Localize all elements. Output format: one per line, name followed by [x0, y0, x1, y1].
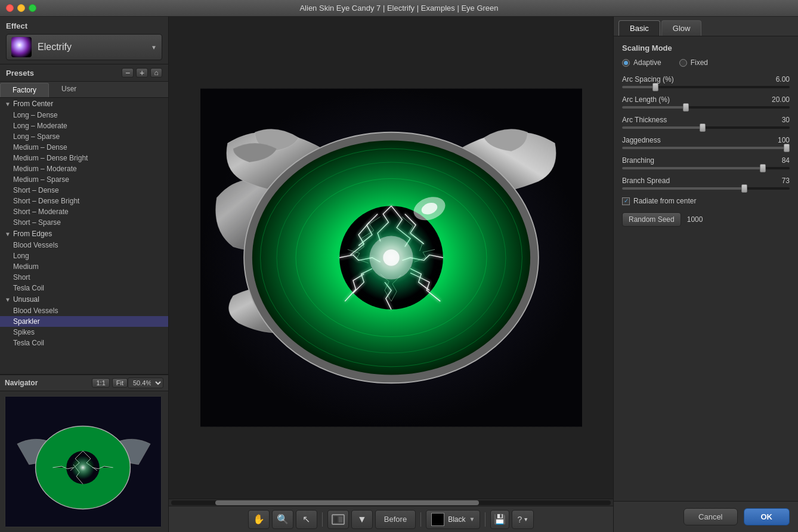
- list-item-sparkler[interactable]: Sparkler: [0, 316, 168, 327]
- radio-fixed-circle[interactable]: [679, 59, 687, 67]
- radiate-checkbox-row[interactable]: Radiate from center: [622, 197, 790, 205]
- select-tool-button[interactable]: ↖: [296, 510, 317, 529]
- canvas-scrollbar: [169, 499, 613, 506]
- radio-adaptive[interactable]: Adaptive: [622, 58, 661, 67]
- radiate-label: Radiate from center: [633, 197, 696, 205]
- jaggedness-slider-row: Jaggedness 100: [622, 136, 790, 149]
- radiate-checkbox[interactable]: [622, 197, 630, 205]
- preset-tabs: Factory User: [0, 82, 168, 98]
- navigator-zoom-1-1[interactable]: 1:1: [92, 378, 109, 388]
- effect-label: Effect: [6, 21, 162, 30]
- radio-fixed-label: Fixed: [691, 58, 708, 67]
- list-item[interactable]: Tesla Coil: [0, 283, 168, 293]
- radio-adaptive-circle[interactable]: [622, 59, 630, 67]
- preset-group-from-center[interactable]: ▼ From Center: [0, 98, 168, 110]
- list-item[interactable]: Long – Moderate: [0, 120, 168, 131]
- list-item[interactable]: Tesla Coil: [0, 338, 168, 348]
- navigator-preview-image: [5, 396, 161, 527]
- random-seed-row: Random Seed 1000: [622, 212, 790, 227]
- jaggedness-track[interactable]: [622, 147, 790, 149]
- list-item[interactable]: Blood Vessels: [0, 240, 168, 250]
- canvas-image: [169, 17, 613, 499]
- navigator-label: Navigator: [5, 379, 89, 387]
- branch-spread-track[interactable]: [622, 187, 790, 190]
- list-item[interactable]: Medium – Sparse: [0, 174, 168, 185]
- add-preset-button[interactable]: +: [136, 68, 148, 78]
- navigator-section: Navigator 1:1 Fit 50.4% 25% 100%: [0, 375, 168, 532]
- list-item[interactable]: Medium – Moderate: [0, 163, 168, 174]
- close-button[interactable]: [6, 4, 14, 12]
- canvas-viewport: [169, 17, 613, 499]
- list-item[interactable]: Spikes: [0, 327, 168, 338]
- arc-spacing-track[interactable]: [622, 86, 790, 88]
- branching-value: 84: [782, 156, 790, 165]
- list-item[interactable]: Short – Dense: [0, 185, 168, 196]
- list-item[interactable]: Medium – Dense: [0, 142, 168, 153]
- arc-length-label: Arc Length (%): [622, 95, 670, 104]
- tab-glow[interactable]: Glow: [661, 20, 702, 36]
- tab-factory[interactable]: Factory: [0, 83, 49, 97]
- maximize-button[interactable]: [29, 4, 36, 12]
- help-dropdown-arrow-icon: ▼: [523, 516, 528, 522]
- cancel-button[interactable]: Cancel: [683, 508, 737, 525]
- window-title: Alien Skin Eye Candy 7 | Electrify | Exa…: [299, 4, 498, 13]
- color-swatch: [431, 513, 444, 526]
- arc-spacing-label-row: Arc Spacing (%) 6.00: [622, 75, 790, 83]
- arc-spacing-slider-row: Arc Spacing (%) 6.00: [622, 75, 790, 88]
- color-label: Black: [448, 515, 465, 524]
- list-item[interactable]: Long – Sparse: [0, 131, 168, 142]
- svg-point-4: [71, 456, 95, 480]
- background-color-button[interactable]: Black ▼: [426, 510, 480, 529]
- ok-button[interactable]: OK: [744, 508, 790, 525]
- list-item[interactable]: Medium: [0, 261, 168, 272]
- help-button[interactable]: ? ▼: [512, 510, 534, 529]
- scaling-mode-title: Scaling Mode: [622, 44, 790, 52]
- before-button[interactable]: Before: [375, 510, 416, 529]
- branching-slider-row: Branching 84: [622, 156, 790, 169]
- list-item[interactable]: Short – Dense Bright: [0, 196, 168, 206]
- list-item[interactable]: Long – Dense: [0, 110, 168, 120]
- list-item[interactable]: Medium – Dense Bright: [0, 153, 168, 163]
- tab-user[interactable]: User: [49, 82, 89, 97]
- home-preset-button[interactable]: ⌂: [150, 68, 162, 78]
- tab-basic[interactable]: Basic: [618, 20, 660, 36]
- navigator-zoom-fit[interactable]: Fit: [112, 378, 128, 388]
- preset-group-from-edges[interactable]: ▼ From Edges: [0, 228, 168, 240]
- branching-track[interactable]: [622, 167, 790, 169]
- preview-toggle-button[interactable]: [327, 510, 349, 529]
- list-item[interactable]: Short – Sparse: [0, 217, 168, 228]
- chevron-down-icon: ▼: [151, 44, 157, 51]
- zoom-tool-button[interactable]: 🔍: [272, 510, 293, 529]
- list-item[interactable]: Long: [0, 250, 168, 261]
- minimize-button[interactable]: [17, 4, 25, 12]
- save-button[interactable]: 💾: [490, 510, 509, 529]
- radio-fixed[interactable]: Fixed: [679, 58, 708, 67]
- arc-thickness-track[interactable]: [622, 126, 790, 129]
- navigator-preview: [5, 396, 162, 527]
- right-tabs: Basic Glow: [614, 17, 798, 36]
- effect-name: Electrify: [38, 42, 145, 52]
- arc-length-track[interactable]: [622, 106, 790, 109]
- list-item[interactable]: Short: [0, 272, 168, 283]
- random-seed-button[interactable]: Random Seed: [622, 212, 681, 227]
- main-canvas-image: [200, 85, 582, 431]
- preset-list[interactable]: ▼ From Center Long – Dense Long – Modera…: [0, 98, 168, 374]
- list-item[interactable]: Short – Moderate: [0, 206, 168, 217]
- list-item[interactable]: Blood Vessels: [0, 305, 168, 316]
- preset-group-unusual[interactable]: ▼ Unusual: [0, 293, 168, 305]
- horizontal-scrollbar-track[interactable]: [171, 500, 611, 505]
- right-panel: Basic Glow Scaling Mode Adaptive Fixed A…: [613, 17, 798, 532]
- remove-preset-button[interactable]: −: [122, 68, 134, 78]
- pan-tool-button[interactable]: ✋: [248, 510, 270, 529]
- branch-spread-label: Branch Spread: [622, 177, 670, 185]
- branch-spread-slider-row: Branch Spread 73: [622, 177, 790, 190]
- split-view-dropdown[interactable]: ▼: [351, 510, 373, 529]
- effect-dropdown[interactable]: Electrify ▼: [6, 34, 162, 60]
- presets-controls: − + ⌂: [122, 68, 162, 78]
- arc-thickness-value: 30: [782, 116, 790, 124]
- arc-length-value: 20.00: [772, 95, 790, 104]
- navigator-zoom-select[interactable]: 50.4% 25% 100%: [128, 378, 163, 388]
- horizontal-scrollbar-thumb[interactable]: [215, 500, 479, 505]
- color-dropdown-arrow-icon: ▼: [469, 516, 475, 522]
- titlebar: Alien Skin Eye Candy 7 | Electrify | Exa…: [0, 0, 798, 17]
